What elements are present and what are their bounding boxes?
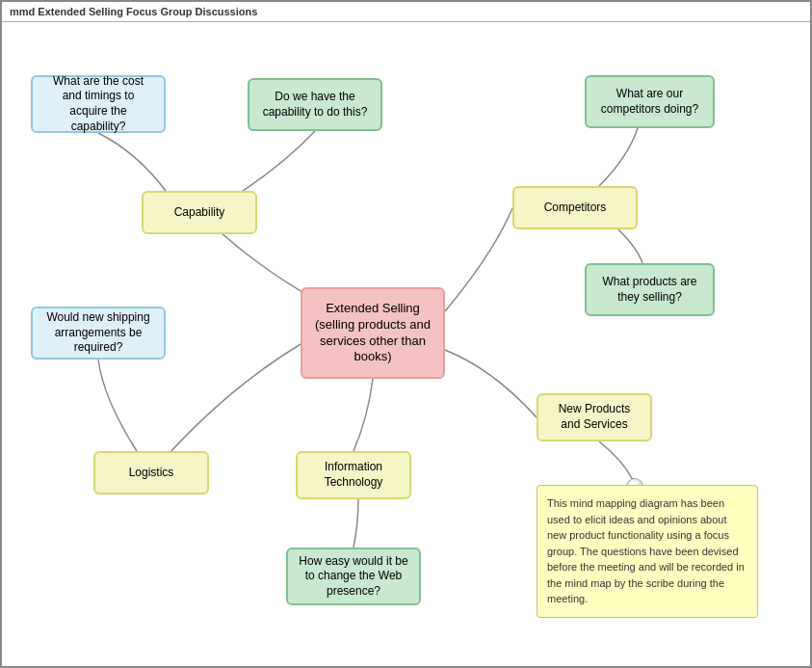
node-q1[interactable]: What are the cost and timings to acquire… bbox=[31, 75, 166, 133]
title-bar: mmd Extended Selling Focus Group Discuss… bbox=[2, 2, 810, 22]
node-capability[interactable]: Capability bbox=[142, 191, 257, 234]
node-q3[interactable]: What are our competitors doing? bbox=[585, 75, 715, 128]
node-it[interactable]: Information Technology bbox=[296, 451, 411, 499]
node-center[interactable]: Extended Selling (selling products and s… bbox=[301, 287, 445, 379]
window-title: mmd Extended Selling Focus Group Discuss… bbox=[10, 6, 257, 17]
note-box: This mind mapping diagram has been used … bbox=[537, 485, 758, 618]
node-logistics[interactable]: Logistics bbox=[93, 451, 209, 494]
node-q5[interactable]: Would new shipping arrangements be requi… bbox=[31, 307, 166, 360]
node-q4[interactable]: What products are they selling? bbox=[585, 263, 715, 316]
node-q2[interactable]: Do we have the capability to do this? bbox=[248, 78, 382, 131]
window: mmd Extended Selling Focus Group Discuss… bbox=[0, 0, 812, 668]
node-q6[interactable]: How easy would it be to change the Web p… bbox=[286, 548, 421, 605]
node-new-products[interactable]: New Products and Services bbox=[537, 393, 652, 441]
node-competitors[interactable]: Competitors bbox=[512, 186, 638, 229]
diagram-area: Extended Selling (selling products and s… bbox=[2, 22, 810, 661]
